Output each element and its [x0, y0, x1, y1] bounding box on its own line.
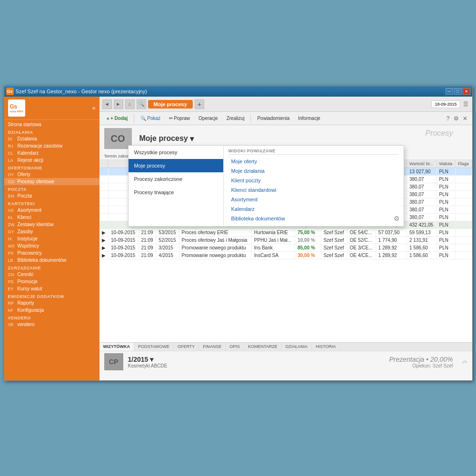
desktop: Gs Szef Szef na Gestor_nexo - Gestor nex… [0, 0, 476, 476]
dropdown-item-zakonczone[interactable]: Procesy zakończone [129, 172, 223, 186]
nav-item-zestawy[interactable]: ZWZestawy klientów [4, 221, 99, 228]
col-val-br[interactable]: Wartość br... [407, 160, 436, 168]
cell-0 [99, 214, 109, 221]
nav-item-kursy[interactable]: EYKursy walut [4, 285, 99, 292]
cell-11: PLN [436, 206, 456, 214]
nav-item-dzialania[interactable]: DIDziałania [4, 135, 99, 142]
app-logo: Gs nexo PRO [8, 99, 25, 117]
dropdown-link-moje-dzialania[interactable]: Moje działania [228, 166, 399, 176]
cell-8: OE 3/CE... [347, 244, 376, 252]
back-button[interactable]: ◄ [102, 99, 112, 109]
col-flag[interactable]: Flaga [456, 160, 472, 168]
dropdown-link-biblioteka[interactable]: Biblioteka dokumentów [228, 214, 399, 223]
info-button[interactable]: Informacje [295, 114, 324, 122]
close-button[interactable]: ✕ [463, 88, 470, 95]
cell-10: 1 586,60 [407, 244, 436, 252]
co-avatar-text: CO [111, 133, 125, 144]
tab-oferty[interactable]: OFERTY [174, 343, 199, 351]
nav-item-klienci[interactable]: KLKlienci [4, 214, 99, 221]
cell-10: 380,07 [407, 198, 436, 206]
realize-label: Zrealizuj [227, 116, 245, 121]
main-content: Gs nexo PRO » Strona startowa DZIAŁANIA … [4, 97, 472, 380]
nav-item-vendero[interactable]: VEvendero [4, 321, 99, 328]
tab-opis[interactable]: OPIS [226, 343, 244, 351]
forward-button[interactable]: ► [114, 99, 123, 109]
cell-9: 1 289,92 [376, 252, 407, 259]
nav-item-instytucje[interactable]: IXInstytucje [4, 235, 99, 242]
cell-1: 10-09-2015 [108, 252, 139, 259]
nav-item-cenniki[interactable]: CNCenniki [4, 271, 99, 278]
nav-item-biblioteka[interactable]: LBBiblioteka dokumentów [4, 257, 99, 264]
nav-item-home[interactable]: Strona startowa [4, 121, 99, 128]
active-tab-moje-procesy[interactable]: Moje procesy [148, 100, 193, 109]
process-title-dropdown[interactable]: Moje procesy ▾ [137, 132, 197, 145]
sidebar-close-button[interactable]: » [92, 105, 96, 111]
nav-item-promocje[interactable]: PSPromocje [4, 278, 99, 285]
add-tab-button[interactable]: + [195, 99, 204, 109]
title-bar-left: Gs Szef Szef na Gestor_nexo - Gestor nex… [6, 88, 147, 95]
tab-komentarze[interactable]: KOMENTARZE [244, 343, 282, 351]
nav-item-wspolnicy[interactable]: WXWspólnicy [4, 242, 99, 249]
nav-item-zasoby[interactable]: GYZasoby [4, 228, 99, 235]
dropdown-settings-icon[interactable]: ⚙ [394, 215, 400, 222]
tab-dzialania[interactable]: DZIAŁANIA [282, 343, 312, 351]
tab-wizytowka[interactable]: WIZYTÓWKA [99, 343, 135, 351]
search-button[interactable]: 🔍 [137, 99, 146, 109]
cell-0: ▶ [99, 237, 109, 244]
home-button[interactable]: ⌂ [125, 99, 135, 109]
tab-finanse[interactable]: FINANSE [199, 343, 226, 351]
operations-button[interactable]: Operacje [195, 114, 221, 122]
content-area: ◄ ► ⌂ 🔍 Moje procesy + 18-09-2015 ☰ + [99, 97, 472, 380]
logo-text: Gs [10, 103, 23, 110]
table-row[interactable]: ▶10-09-201521:093/2015Promowanie nowego … [99, 244, 472, 252]
cell-5: Ins Bank [251, 244, 295, 252]
close-tab-icon[interactable]: ✕ [462, 114, 468, 123]
dropdown-item-trwajace[interactable]: Procesy trwające [129, 186, 223, 199]
add-button[interactable]: + + Dodaj [103, 114, 131, 123]
edit-button[interactable]: ✏ Popraw [166, 114, 193, 122]
notifications-button[interactable]: Powiadomienia [254, 114, 293, 122]
nav-item-konfiguracja[interactable]: KFKonfiguracja [4, 307, 99, 314]
nav-item-poczta[interactable]: EMPoczta [4, 192, 99, 199]
realize-button[interactable]: Zrealizuj [223, 114, 248, 122]
bottom-title-text: 1/2015 [128, 356, 149, 363]
dropdown-link-asortyment[interactable]: Asortyment [228, 195, 399, 204]
col-icon[interactable] [99, 160, 109, 168]
dropdown-item-wszystkie[interactable]: Wszystkie procesy [129, 146, 223, 159]
nav-item-asortyment[interactable]: ASAsortyment [4, 207, 99, 214]
application-window: Gs Szef Szef na Gestor_nexo - Gestor nex… [4, 86, 473, 381]
nav-item-oferty[interactable]: OYOferty [4, 171, 99, 178]
cell-11: PLN [436, 176, 456, 183]
cell-7: Szef Szef [321, 252, 347, 259]
table-row[interactable]: ▶10-09-201521:0952/2015Proces ofertowy J… [99, 237, 472, 244]
cell-12 [456, 176, 472, 183]
nav-item-procesy-ofertowe[interactable]: COProcesy ofertowe [4, 178, 99, 185]
cell-12 [456, 221, 472, 229]
dropdown-item-moje[interactable]: Moje procesy [129, 159, 223, 172]
nav-item-rejestr[interactable]: LARejestr akcji [4, 157, 99, 164]
cell-0 [99, 221, 109, 229]
nav-item-kalendarz[interactable]: CLKalendarz [4, 149, 99, 157]
help-icon[interactable]: ? [446, 114, 451, 123]
show-button[interactable]: 🔍 Pokaż [137, 114, 164, 122]
expand-icon[interactable]: -/+ [462, 359, 467, 365]
minimize-button[interactable]: ─ [446, 88, 453, 95]
dropdown-link-klienci-standardowi[interactable]: Klienci standardowi [228, 185, 399, 195]
maximize-button[interactable]: □ [454, 88, 462, 95]
cell-12 [456, 244, 472, 252]
table-row[interactable]: ▶10-09-201521:094/2015Promowanie nowego … [99, 252, 472, 259]
nav-item-rezerwacje[interactable]: RJRezerwacje zasobów [4, 142, 99, 149]
table-row[interactable]: ▶10-09-201521:0953/2015Proces ofertowy E… [99, 229, 472, 237]
dropdown-link-kalendarz[interactable]: Kalendarz [228, 204, 399, 214]
hamburger-icon[interactable]: ☰ [462, 100, 469, 109]
dropdown-link-klient-poczty[interactable]: Klient poczty [228, 176, 399, 185]
col-currency[interactable]: Waluta [436, 160, 456, 168]
settings-icon[interactable]: ⚙ [453, 114, 460, 123]
nav-item-raporty[interactable]: RPRaporty [4, 299, 99, 307]
nav-item-pracownicy[interactable]: PXPracownicy [4, 249, 99, 257]
bottom-panel: WIZYTÓWKA PODSTAWOWE OFERTY FINANSE OPIS… [99, 342, 472, 380]
tab-podstawowe[interactable]: PODSTAWOWE [134, 343, 174, 351]
cell-4: Promowanie nowego produktu [179, 244, 251, 252]
tab-historia[interactable]: HISTORIA [312, 343, 340, 351]
dropdown-link-moje-oferty[interactable]: Moje oferty [228, 157, 399, 166]
